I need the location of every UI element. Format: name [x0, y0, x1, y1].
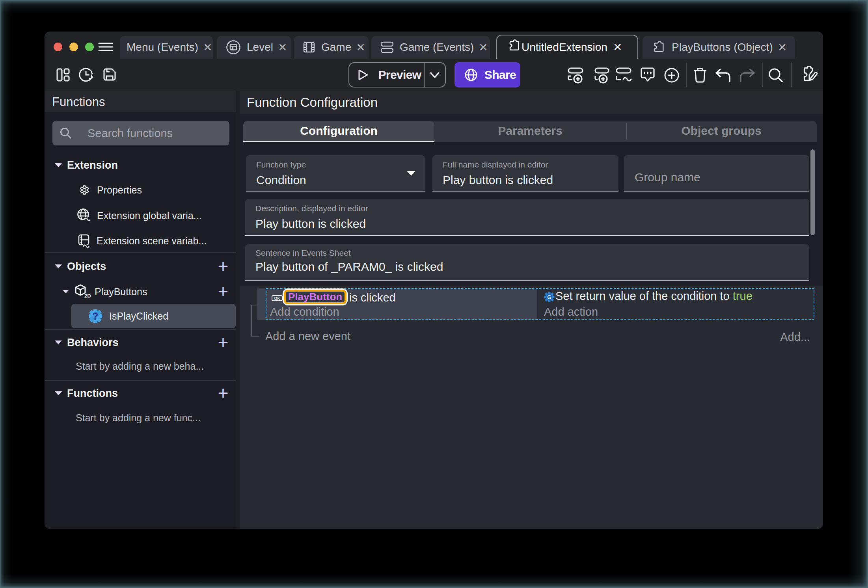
svg-text:2D: 2D [84, 293, 91, 299]
svg-text:OK: OK [274, 296, 281, 301]
svg-text:?: ? [92, 311, 98, 322]
svg-text:G: G [547, 294, 551, 300]
